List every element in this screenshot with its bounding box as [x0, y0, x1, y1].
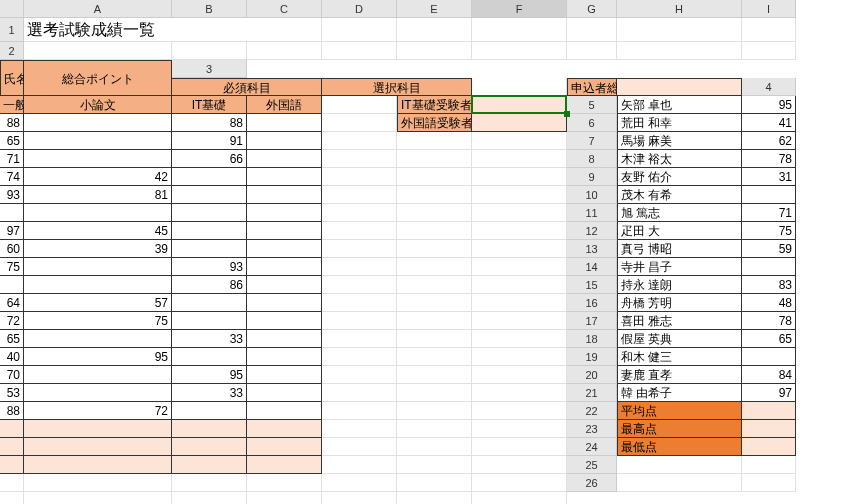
col-header-G[interactable]: G [567, 0, 617, 18]
row-header-2[interactable]: 2 [0, 42, 24, 60]
lang-cell[interactable] [172, 240, 247, 258]
essay-cell[interactable]: 88 [0, 114, 24, 132]
row-header-13[interactable]: 13 [567, 240, 617, 258]
gen-cell[interactable]: 65 [742, 330, 796, 348]
it-cell[interactable]: 81 [24, 186, 172, 204]
essay-cell[interactable] [0, 276, 24, 294]
lang-cell[interactable]: 33 [172, 384, 247, 402]
total-cell[interactable] [247, 312, 322, 330]
stat-min-val[interactable] [24, 456, 172, 474]
it-cell[interactable] [24, 204, 172, 222]
row-header-15[interactable]: 15 [567, 276, 617, 294]
it-cell[interactable] [24, 114, 172, 132]
lang-cell[interactable]: 91 [172, 132, 247, 150]
total-cell[interactable] [247, 150, 322, 168]
name-cell[interactable]: 荒田 和幸 [617, 114, 742, 132]
name-cell[interactable]: 假屋 英典 [617, 330, 742, 348]
stat-max-val[interactable] [24, 438, 172, 456]
stat-min-val[interactable] [172, 456, 247, 474]
row-header-21[interactable]: 21 [567, 384, 617, 402]
row-header-1[interactable]: 1 [0, 18, 24, 42]
row-header-22[interactable]: 22 [567, 402, 617, 420]
total-cell[interactable] [247, 294, 322, 312]
total-cell[interactable] [247, 276, 322, 294]
row-header-12[interactable]: 12 [567, 222, 617, 240]
row-header-9[interactable]: 9 [567, 168, 617, 186]
it-cell[interactable] [24, 258, 172, 276]
name-cell[interactable]: 茂木 有希 [617, 186, 742, 204]
lang-cell[interactable] [172, 168, 247, 186]
gen-cell[interactable]: 83 [742, 276, 796, 294]
total-cell[interactable] [247, 402, 322, 420]
it-cell[interactable]: 72 [24, 402, 172, 420]
gen-cell[interactable] [742, 186, 796, 204]
essay-cell[interactable]: 65 [0, 330, 24, 348]
name-cell[interactable]: 旭 篤志 [617, 204, 742, 222]
gen-cell[interactable]: 95 [742, 96, 796, 114]
lang-cell[interactable] [172, 222, 247, 240]
gen-cell[interactable]: 31 [742, 168, 796, 186]
lang-cell[interactable]: 33 [172, 330, 247, 348]
row-header-16[interactable]: 16 [567, 294, 617, 312]
row-header-7[interactable]: 7 [567, 132, 617, 150]
total-cell[interactable] [247, 348, 322, 366]
row-header-24[interactable]: 24 [567, 438, 617, 456]
total-cell[interactable] [247, 330, 322, 348]
it-cell[interactable]: 45 [24, 222, 172, 240]
total-cell[interactable] [247, 132, 322, 150]
gen-cell[interactable]: 59 [742, 240, 796, 258]
gen-cell[interactable]: 71 [742, 204, 796, 222]
side-applicants-value[interactable] [617, 78, 742, 96]
row-header-19[interactable]: 19 [567, 348, 617, 366]
essay-cell[interactable]: 65 [0, 132, 24, 150]
stat-min-val[interactable] [742, 438, 796, 456]
stat-avg-val[interactable] [742, 402, 796, 420]
total-cell[interactable] [247, 384, 322, 402]
col-header-H[interactable]: H [617, 0, 742, 18]
it-cell[interactable]: 95 [24, 348, 172, 366]
name-cell[interactable]: 妻鹿 直孝 [617, 366, 742, 384]
side-it-value[interactable] [472, 96, 567, 114]
gen-cell[interactable]: 78 [742, 312, 796, 330]
col-header-C[interactable]: C [247, 0, 322, 18]
name-cell[interactable]: 持永 達朗 [617, 276, 742, 294]
gen-cell[interactable]: 75 [742, 222, 796, 240]
total-cell[interactable] [247, 204, 322, 222]
row-header-26[interactable]: 26 [567, 474, 617, 492]
essay-cell[interactable]: 72 [0, 312, 24, 330]
lang-cell[interactable]: 66 [172, 150, 247, 168]
row-header-14[interactable]: 14 [567, 258, 617, 276]
total-cell[interactable] [247, 114, 322, 132]
gen-cell[interactable]: 41 [742, 114, 796, 132]
stat-max-val[interactable] [247, 438, 322, 456]
gen-cell[interactable]: 48 [742, 294, 796, 312]
lang-cell[interactable] [172, 348, 247, 366]
total-cell[interactable] [247, 366, 322, 384]
total-cell[interactable] [247, 186, 322, 204]
name-cell[interactable]: 木津 裕太 [617, 150, 742, 168]
essay-cell[interactable]: 74 [0, 168, 24, 186]
total-cell[interactable] [247, 258, 322, 276]
gen-cell[interactable]: 78 [742, 150, 796, 168]
stat-max-val[interactable] [742, 420, 796, 438]
it-cell[interactable] [24, 330, 172, 348]
it-cell[interactable] [24, 276, 172, 294]
name-cell[interactable]: 舟橋 芳明 [617, 294, 742, 312]
lang-cell[interactable]: 88 [172, 114, 247, 132]
essay-cell[interactable]: 88 [0, 402, 24, 420]
name-cell[interactable]: 真弓 博昭 [617, 240, 742, 258]
name-cell[interactable]: 馬場 麻美 [617, 132, 742, 150]
essay-cell[interactable]: 70 [0, 366, 24, 384]
stat-avg-val[interactable] [172, 420, 247, 438]
it-cell[interactable] [24, 366, 172, 384]
col-header-B[interactable]: B [172, 0, 247, 18]
row-header-11[interactable]: 11 [567, 204, 617, 222]
it-cell[interactable] [24, 384, 172, 402]
row-header-25[interactable]: 25 [567, 456, 617, 474]
row-header-6[interactable]: 6 [567, 114, 617, 132]
lang-cell[interactable] [172, 186, 247, 204]
it-cell[interactable] [24, 150, 172, 168]
name-cell[interactable]: 矢部 卓也 [617, 96, 742, 114]
stat-min-val[interactable] [0, 456, 24, 474]
col-header-I[interactable]: I [742, 0, 796, 18]
